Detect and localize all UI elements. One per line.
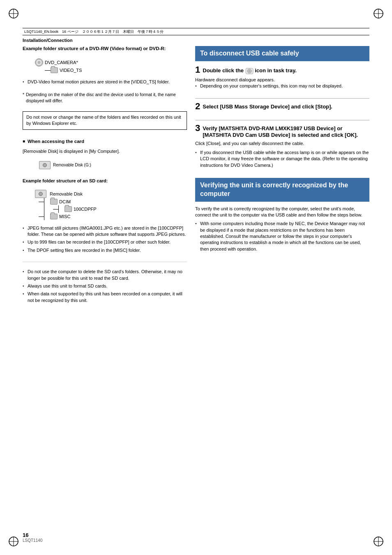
page-number: 16 [23,532,42,538]
sd-root-row: Removable Disk [35,190,187,198]
page-footer: 16 LSQT1140 [23,532,42,543]
dvd-child-row: VIDEO_TS [51,67,187,73]
reg-mark-bl [7,535,20,548]
usb-icon-inline [245,67,254,75]
sd-folder-tree: Removable Disk DCIM 100CDPFP [35,190,187,220]
sd-misc-row: MISC [44,213,187,220]
reg-mark-tl [7,7,20,20]
sd-bullet-1: JPEG format still pictures (IMGA0001.JPG… [23,225,187,238]
step-2-num: 2 [195,102,200,111]
header-file-info: LSQT1140_EN.book 16 ページ ２００６年１２月７日 木曜日 午… [24,29,164,35]
step-3-title: Verify [MATSHITA DVD-RAM LMXK1987 USB De… [203,124,369,139]
step-3-body: Click [Close], and you can safely discon… [195,140,369,168]
divider-1 [23,262,187,262]
dvd-section-title: Example folder structure of a DVD-RW (Vi… [23,46,187,51]
section-label: Installation/Connection [23,38,73,43]
reg-mark-tr [372,7,385,20]
folder-icon-misc [50,214,58,219]
header-bar: LSQT1140_EN.book 16 ページ ２００６年１２月７日 木曜日 午… [23,28,369,35]
content-area: Example folder structure of a DVD-RW (Vi… [23,46,369,532]
step-2-title: Select [USB Mass Storage Device] and cli… [203,102,332,111]
step-1-body: Hardware disconnect dialogue appears. De… [195,77,369,90]
usb-section-header: To disconnect USB cable safely [195,46,369,61]
step-3-body-1: Click [Close], and you can safely discon… [195,140,369,147]
step-divider-1 [195,98,369,99]
sd-bullet-list: JPEG format still pictures (IMGA0001.JPG… [23,225,187,256]
verify-section-header: Verifying the unit is correctly recogniz… [195,178,369,202]
dvd-folder-tree: DVD_CAMERA* VIDEO_TS [35,58,187,73]
folder-icon-video-ts [51,67,58,73]
step-1-header: 1 Double click the icon in task tray. [195,65,369,75]
step-3-body-2: If you disconnect the USB cable while th… [195,150,369,168]
sd-100cdpfp-row: 100CDPFP [59,205,187,213]
step-2: 2 Select [USB Mass Storage Device] and c… [195,102,369,113]
svg-point-13 [38,62,40,64]
step-2-header: 2 Select [USB Mass Storage Device] and c… [195,102,369,111]
ast-note: Depending on the maker of the disc and t… [23,92,187,104]
removable-disk-line: Removable Disk (G:) [39,161,187,169]
step-1: 1 Double click the icon in task tray. Ha… [195,65,369,91]
sd-hdd-icon [35,190,46,198]
verify-body-2: With some computers including those made… [195,221,369,252]
step-1-title: Double click the icon in task tray. [203,65,297,75]
step-1-body-2: Depending on your computer's settings, t… [195,83,369,89]
svg-point-16 [249,70,250,72]
sd-100cdpfp-label: 100CDPFP [74,207,97,212]
sd-dcim-row: DCIM [44,198,187,205]
step-1-num: 1 [195,65,200,74]
verify-body: To verify the unit is correctly recogniz… [195,206,369,253]
step-3-header: 3 Verify [MATSHITA DVD-RAM LMXK1987 USB … [195,124,369,139]
dvd-bullet-1: DVD-Video format motion pictures are sto… [23,79,187,85]
dvd-root-label: DVD_CAMERA* [45,60,78,65]
sd-misc-label: MISC [59,214,71,219]
card-section-body: [Removable Disk] is displayed in [My Com… [23,149,187,154]
sd-dcim-label: DCIM [59,199,71,204]
card-section-title: When accessing the card [23,139,187,144]
step-3-num: 3 [195,124,200,133]
right-column: To disconnect USB cable safely 1 Double … [195,46,369,532]
sd-example-title: Example folder structure of an SD card: [23,178,187,183]
sd-root-label: Removable Disk [50,191,83,196]
folder-icon-dcim [50,199,58,205]
page: LSQT1140_EN.book 16 ページ ２００６年１２月７日 木曜日 午… [0,0,392,555]
warn-bullet-1: Do not use the computer to delete the SD… [23,269,187,281]
dvd-bullet-list: DVD-Video format motion pictures are sto… [23,79,187,87]
removable-disk-label: Removable Disk (G:) [53,163,91,167]
warn-bullet-3: When data not supported by this unit has… [23,291,187,304]
step-divider-2 [195,120,369,120]
page-code: LSQT1140 [23,538,42,543]
note-box: Do not move or change the name of the fo… [23,111,187,130]
disc-icon [35,58,43,67]
verify-body-1: To verify the unit is correctly recogniz… [195,206,369,219]
step-1-body-1: Hardware disconnect dialogue appears. [195,77,369,83]
warn-bullet-list: Do not use the computer to delete the SD… [23,269,187,305]
hdd-icon [39,161,51,169]
dvd-root-row: DVD_CAMERA* [35,58,187,67]
sd-bullet-3: The DPOF setting files are recorded in t… [23,247,187,253]
reg-mark-br [372,535,385,548]
folder-icon-100cdpfp [65,206,72,212]
left-column: Example folder structure of a DVD-RW (Vi… [23,46,187,532]
step-3: 3 Verify [MATSHITA DVD-RAM LMXK1987 USB … [195,124,369,170]
dvd-child-label: VIDEO_TS [60,68,82,73]
warn-bullet-2: Always use this unit to format SD cards. [23,283,187,289]
sd-bullet-2: Up to 999 files can be recorded in the [… [23,239,187,245]
